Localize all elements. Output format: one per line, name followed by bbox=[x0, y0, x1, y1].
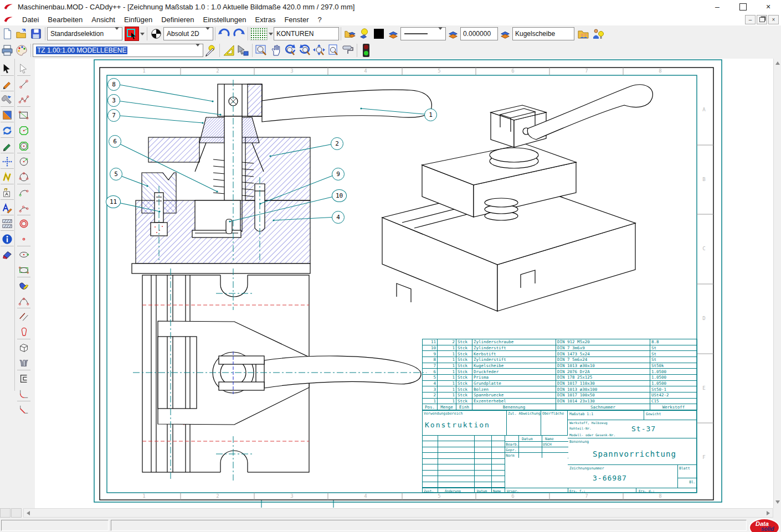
color-layer-button[interactable] bbox=[386, 27, 400, 41]
tool-arc-3pt[interactable] bbox=[17, 202, 30, 215]
menu-datei[interactable]: Datei bbox=[18, 14, 43, 25]
tool-parallel[interactable] bbox=[17, 310, 30, 323]
tool-text[interactable] bbox=[1, 202, 14, 215]
scroll-up-icon[interactable] bbox=[775, 61, 780, 65]
tool-draw[interactable] bbox=[1, 78, 14, 91]
menu-hilfe[interactable]: ? bbox=[313, 14, 326, 25]
active-color-swatch[interactable] bbox=[372, 27, 386, 41]
selection-tool-button[interactable] bbox=[125, 27, 139, 41]
tool-info[interactable] bbox=[1, 233, 14, 246]
undo-button[interactable] bbox=[217, 27, 232, 41]
angle-value-input[interactable] bbox=[460, 27, 498, 40]
horizontal-scrollbar[interactable] bbox=[23, 508, 773, 518]
status-traffic-light[interactable] bbox=[359, 43, 373, 58]
ers-d-label: Ers. d.: bbox=[639, 489, 655, 493]
tool-donut[interactable] bbox=[17, 217, 30, 230]
menu-einfuegen[interactable]: Einfügen bbox=[120, 14, 157, 25]
pen-settings-button[interactable] bbox=[203, 43, 218, 58]
vertical-scrollbar[interactable] bbox=[773, 59, 781, 508]
tool-transform[interactable] bbox=[1, 109, 14, 122]
layer-name-input[interactable] bbox=[274, 27, 339, 40]
zoom-window-button[interactable] bbox=[254, 43, 269, 58]
tool-erase[interactable] bbox=[1, 248, 14, 261]
menu-einstellungen[interactable]: Einstellungen bbox=[198, 14, 250, 25]
tool-modify[interactable] bbox=[1, 93, 14, 107]
tool-box-3d[interactable] bbox=[17, 341, 30, 354]
menu-extras[interactable]: Extras bbox=[251, 14, 280, 25]
tool-polygon[interactable] bbox=[17, 124, 30, 137]
menu-fenster[interactable]: Fenster bbox=[280, 14, 313, 25]
tool-label[interactable] bbox=[1, 186, 14, 200]
tool-slot[interactable] bbox=[17, 326, 30, 339]
tool-rectangle[interactable] bbox=[17, 109, 30, 122]
selection-tool-dropdown[interactable] bbox=[139, 27, 145, 40]
scroll-right-icon[interactable] bbox=[767, 511, 770, 515]
tool-select[interactable] bbox=[1, 62, 14, 76]
tool-polyline[interactable] bbox=[17, 93, 30, 107]
menu-definieren[interactable]: Definieren bbox=[157, 14, 198, 25]
selection-mode-dropdown[interactable]: Standardselektion bbox=[47, 27, 122, 40]
minimize-button[interactable]: – bbox=[705, 0, 730, 13]
tool-chamfer[interactable] bbox=[17, 403, 30, 416]
tool-regenerate[interactable] bbox=[1, 124, 14, 138]
tool-arc[interactable] bbox=[17, 186, 30, 199]
tool-select-alt[interactable] bbox=[17, 62, 30, 76]
tool-ellipse-box[interactable] bbox=[17, 264, 30, 277]
tool-circle-radius[interactable] bbox=[17, 155, 30, 168]
open-file-button[interactable] bbox=[14, 27, 29, 41]
tool-polyline-edit[interactable] bbox=[1, 171, 14, 184]
tool-edit-green[interactable] bbox=[1, 140, 14, 153]
tool-circle-3pt[interactable] bbox=[17, 171, 30, 184]
tool-spline[interactable] bbox=[17, 295, 30, 308]
pan-button[interactable] bbox=[269, 43, 283, 58]
new-file-button[interactable] bbox=[0, 27, 14, 41]
scroll-down-icon[interactable] bbox=[775, 500, 780, 504]
scale-level-combo[interactable]: TZ 1.00:1.00 MODELLEBENE bbox=[33, 44, 203, 57]
print-button[interactable] bbox=[0, 43, 14, 58]
maximize-button[interactable] bbox=[730, 0, 756, 13]
tool-contour[interactable] bbox=[17, 372, 30, 385]
measure-button[interactable] bbox=[222, 43, 236, 58]
pick-element-button[interactable] bbox=[236, 43, 250, 58]
mdi-close-button[interactable]: × bbox=[768, 15, 779, 24]
tool-point[interactable] bbox=[17, 233, 30, 246]
zoom-all-button[interactable] bbox=[312, 43, 326, 58]
zoom-previous-button[interactable] bbox=[283, 43, 297, 58]
zoom-next-button[interactable] bbox=[297, 43, 312, 58]
view-tab-button-2[interactable] bbox=[11, 508, 22, 518]
view-tab-button-1[interactable] bbox=[0, 508, 11, 518]
group-folder-button[interactable] bbox=[577, 27, 591, 41]
tool-line[interactable] bbox=[17, 78, 30, 91]
linestyle-layer-button[interactable] bbox=[446, 27, 460, 41]
bearb-name: USCH bbox=[543, 442, 552, 447]
angle-layer-button[interactable] bbox=[498, 27, 512, 41]
grid-dropdown[interactable] bbox=[268, 27, 274, 40]
part-name-input[interactable] bbox=[512, 27, 574, 40]
layer-folder-button[interactable] bbox=[343, 27, 357, 41]
color-palette-button[interactable] bbox=[14, 43, 29, 58]
line-style-dropdown[interactable] bbox=[400, 27, 446, 40]
mdi-restore-button[interactable] bbox=[757, 15, 767, 24]
zoom-window-icon bbox=[255, 44, 268, 57]
tool-ellipse[interactable] bbox=[17, 248, 30, 261]
tool-snap-grid[interactable] bbox=[1, 155, 14, 169]
user-info-button[interactable] bbox=[591, 27, 605, 41]
layer-visibility-button[interactable] bbox=[357, 27, 372, 41]
coordinate-mode-dropdown[interactable]: Absolut 2D bbox=[163, 27, 213, 40]
menu-ansicht[interactable]: Ansicht bbox=[87, 14, 120, 25]
tool-hatch[interactable] bbox=[1, 217, 14, 231]
close-button[interactable]: × bbox=[756, 0, 781, 13]
origin-button[interactable] bbox=[149, 27, 163, 41]
redo-button[interactable] bbox=[232, 27, 246, 41]
save-button[interactable] bbox=[29, 27, 43, 41]
redraw-button[interactable] bbox=[341, 43, 355, 58]
tool-freehand[interactable] bbox=[17, 279, 30, 292]
grid-button[interactable] bbox=[250, 27, 268, 40]
tool-fillet[interactable] bbox=[17, 388, 30, 401]
menu-bearbeiten[interactable]: Bearbeiten bbox=[43, 14, 87, 25]
mdi-minimize-button[interactable]: – bbox=[745, 15, 756, 24]
tool-pages[interactable] bbox=[17, 357, 30, 370]
zoom-page-button[interactable] bbox=[326, 43, 341, 58]
tool-polygon-inscribed[interactable] bbox=[17, 140, 30, 153]
scroll-left-icon[interactable] bbox=[27, 511, 30, 515]
